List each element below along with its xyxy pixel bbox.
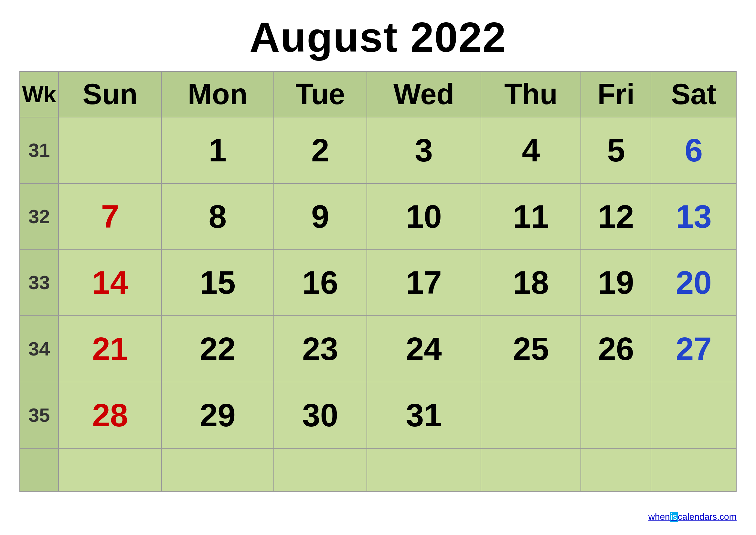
day-cell: 13 — [651, 183, 736, 250]
calendar-row: 3278910111213 — [20, 183, 736, 250]
wk-number: 35 — [20, 382, 59, 448]
day-cell: 7 — [59, 183, 162, 250]
wk-number: 33 — [20, 250, 59, 316]
day-cell: 4 — [481, 117, 581, 183]
day-cell — [481, 382, 581, 448]
wk-number — [20, 448, 59, 491]
footer: wheniscalendars.com — [19, 512, 737, 522]
header-sat: Sat — [651, 71, 736, 117]
calendar-wrapper: Wk Sun Mon Tue Wed Thu Fri Sat 311234563… — [19, 71, 737, 507]
day-cell: 30 — [274, 382, 367, 448]
day-cell — [651, 448, 736, 491]
day-cell: 8 — [162, 183, 274, 250]
header-row: Wk Sun Mon Tue Wed Thu Fri Sat — [20, 71, 736, 117]
day-cell — [367, 448, 481, 491]
day-cell — [481, 448, 581, 491]
day-cell — [581, 382, 651, 448]
day-cell — [162, 448, 274, 491]
calendar-row: 31123456 — [20, 117, 736, 183]
calendar-row: 3528293031 — [20, 382, 736, 448]
day-cell: 26 — [581, 316, 651, 382]
day-cell — [274, 448, 367, 491]
header-wk: Wk — [20, 71, 59, 117]
day-cell: 25 — [481, 316, 581, 382]
day-cell: 18 — [481, 250, 581, 316]
header-fri: Fri — [581, 71, 651, 117]
header-thu: Thu — [481, 71, 581, 117]
day-cell: 14 — [59, 250, 162, 316]
day-cell — [59, 117, 162, 183]
day-cell: 22 — [162, 316, 274, 382]
footer-link[interactable]: wheniscalendars.com — [648, 512, 737, 522]
header-mon: Mon — [162, 71, 274, 117]
day-cell: 6 — [651, 117, 736, 183]
day-cell: 16 — [274, 250, 367, 316]
wk-number: 32 — [20, 183, 59, 250]
day-cell: 1 — [162, 117, 274, 183]
day-cell: 10 — [367, 183, 481, 250]
calendar-table: Wk Sun Mon Tue Wed Thu Fri Sat 311234563… — [19, 71, 737, 492]
empty-row — [20, 448, 736, 491]
day-cell: 2 — [274, 117, 367, 183]
page-title: August 2022 — [250, 13, 506, 62]
day-cell: 21 — [59, 316, 162, 382]
day-cell: 27 — [651, 316, 736, 382]
day-cell: 24 — [367, 316, 481, 382]
day-cell: 28 — [59, 382, 162, 448]
day-cell: 23 — [274, 316, 367, 382]
day-cell: 15 — [162, 250, 274, 316]
wk-number: 31 — [20, 117, 59, 183]
day-cell: 11 — [481, 183, 581, 250]
day-cell — [59, 448, 162, 491]
day-cell: 29 — [162, 382, 274, 448]
calendar-row: 3421222324252627 — [20, 316, 736, 382]
day-cell: 31 — [367, 382, 481, 448]
wk-number: 34 — [20, 316, 59, 382]
day-cell: 5 — [581, 117, 651, 183]
header-sun: Sun — [59, 71, 162, 117]
day-cell: 20 — [651, 250, 736, 316]
day-cell: 12 — [581, 183, 651, 250]
day-cell — [651, 382, 736, 448]
day-cell: 17 — [367, 250, 481, 316]
day-cell — [581, 448, 651, 491]
calendar-row: 3314151617181920 — [20, 250, 736, 316]
day-cell: 3 — [367, 117, 481, 183]
day-cell: 19 — [581, 250, 651, 316]
header-wed: Wed — [367, 71, 481, 117]
header-tue: Tue — [274, 71, 367, 117]
day-cell: 9 — [274, 183, 367, 250]
